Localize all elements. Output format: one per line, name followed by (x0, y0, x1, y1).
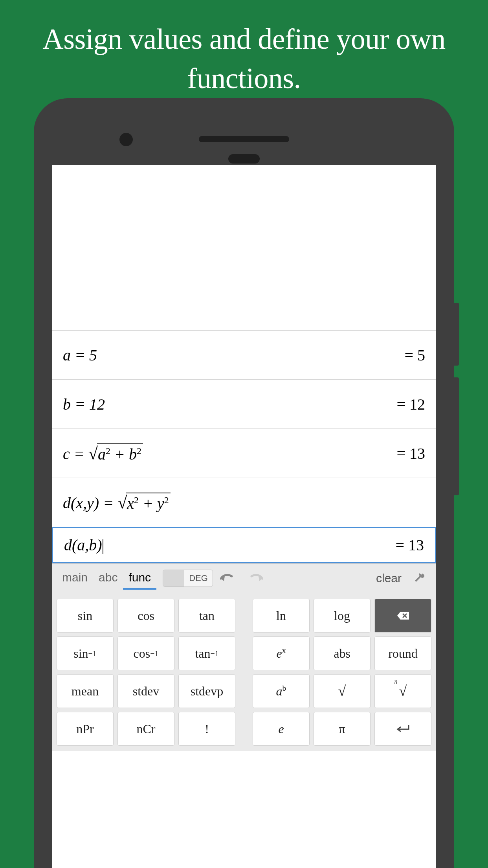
key-cos[interactable]: cos (117, 599, 174, 633)
history-row[interactable]: d(x,y) = √x2 + y2 (52, 478, 436, 527)
input-row[interactable]: d(a,b) = 13 (52, 527, 436, 563)
history-result: = 13 (396, 444, 425, 463)
history-result: = 12 (396, 395, 425, 414)
key-tan[interactable]: tan (178, 599, 235, 633)
history-expression: d(x,y) = √x2 + y2 (63, 493, 171, 513)
key-![interactable]: ! (178, 712, 235, 746)
history-result: = 5 (404, 346, 425, 364)
key-nPr[interactable]: nPr (57, 712, 114, 746)
keypad-toolbar: mainabcfunc DEG clear (52, 563, 436, 593)
key-fn[interactable]: n√ (374, 674, 431, 708)
key-round[interactable]: round (374, 636, 431, 670)
key-fn[interactable]: sin−1 (57, 636, 114, 670)
key-log[interactable]: log (314, 599, 371, 633)
keypad-tab-abc[interactable]: abc (93, 567, 123, 590)
history-row[interactable]: c = √a2 + b2= 13 (52, 428, 436, 478)
angle-mode-toggle[interactable]: DEG (163, 570, 213, 587)
history-expression: b = 12 (63, 395, 105, 414)
keypad-tab-func[interactable]: func (123, 567, 156, 590)
key-fn[interactable]: ex (253, 636, 310, 670)
history-row[interactable]: b = 12= 12 (52, 379, 436, 428)
key-sin[interactable]: sin (57, 599, 114, 633)
history-expression: c = √a2 + b2 (63, 443, 143, 463)
key-fn[interactable]: tan−1 (178, 636, 235, 670)
key-stdevp[interactable]: stdevp (178, 674, 235, 708)
key-fn[interactable]: cos−1 (117, 636, 174, 670)
key-abs[interactable]: abs (314, 636, 371, 670)
app-screen: a = 5= 5b = 12= 12c = √a2 + b2= 13d(x,y)… (52, 165, 436, 868)
key-nCr[interactable]: nCr (117, 712, 174, 746)
key-ln[interactable]: ln (253, 599, 310, 633)
key-stdev[interactable]: stdev (117, 674, 174, 708)
undo-icon[interactable] (215, 570, 240, 587)
clear-button[interactable]: clear (372, 572, 405, 585)
input-result: = 13 (395, 536, 424, 554)
keypad: sincostanlnlogsin−1cos−1tan−1exabsroundm… (52, 593, 436, 751)
key-mean[interactable]: mean (57, 674, 114, 708)
key-enter[interactable] (374, 712, 431, 746)
marketing-headline: Assign values and define your own functi… (0, 0, 488, 98)
key-fn[interactable]: √ (314, 674, 371, 708)
history-list: a = 5= 5b = 12= 12c = √a2 + b2= 13d(x,y)… (52, 165, 436, 527)
redo-icon[interactable] (243, 570, 268, 587)
history-expression: a = 5 (63, 346, 97, 364)
keypad-tab-main[interactable]: main (57, 567, 93, 590)
phone-frame: a = 5= 5b = 12= 12c = √a2 + b2= 13d(x,y)… (34, 98, 454, 868)
input-expression[interactable]: d(a,b) (64, 536, 103, 554)
key-backspace[interactable] (374, 599, 431, 633)
key-fn[interactable]: e (253, 712, 310, 746)
key-π[interactable]: π (314, 712, 371, 746)
settings-icon[interactable] (408, 569, 431, 588)
history-row[interactable]: a = 5= 5 (52, 330, 436, 379)
key-fn[interactable]: ab (253, 674, 310, 708)
